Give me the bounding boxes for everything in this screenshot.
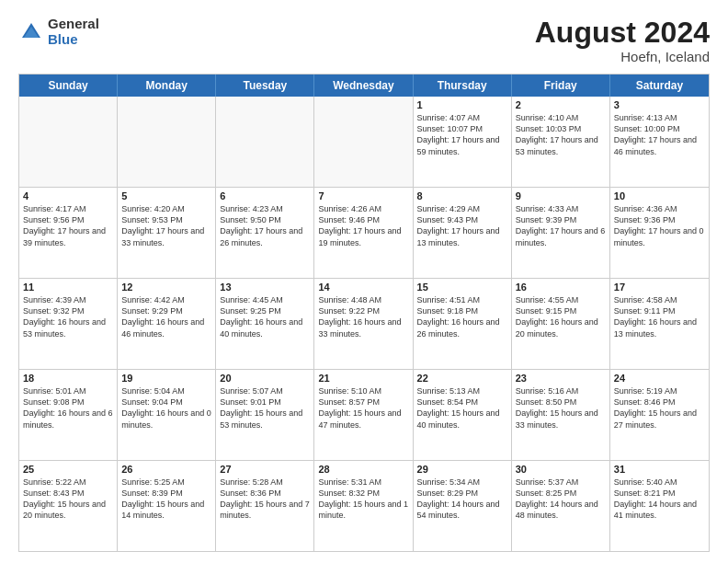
day-info: Sunrise: 5:01 AM Sunset: 9:08 PM Dayligh… [23, 385, 113, 431]
day-info: Sunrise: 4:23 AM Sunset: 9:50 PM Dayligh… [220, 203, 310, 248]
day-info: Sunrise: 4:13 AM Sunset: 10:00 PM Daylig… [614, 112, 705, 157]
day-cell-20: 20Sunrise: 5:07 AM Sunset: 9:01 PM Dayli… [216, 370, 314, 460]
day-number: 30 [516, 464, 606, 475]
day-info: Sunrise: 5:22 AM Sunset: 8:43 PM Dayligh… [23, 477, 113, 522]
empty-cell [118, 97, 216, 187]
day-cell-7: 7Sunrise: 4:26 AM Sunset: 9:46 PM Daylig… [314, 188, 413, 278]
day-number: 25 [23, 464, 113, 475]
empty-cell [314, 97, 413, 187]
day-info: Sunrise: 4:39 AM Sunset: 9:32 PM Dayligh… [23, 294, 113, 339]
day-info: Sunrise: 5:37 AM Sunset: 8:25 PM Dayligh… [516, 477, 606, 522]
day-number: 10 [614, 190, 705, 201]
day-number: 23 [516, 373, 606, 384]
day-number: 29 [417, 464, 507, 475]
day-number: 16 [516, 282, 606, 293]
day-cell-16: 16Sunrise: 4:55 AM Sunset: 9:15 PM Dayli… [512, 279, 610, 369]
logo-blue-text: Blue [48, 32, 99, 48]
logo-general-text: General [48, 17, 99, 32]
day-info: Sunrise: 5:04 AM Sunset: 9:04 PM Dayligh… [121, 385, 211, 431]
day-number: 7 [318, 190, 408, 201]
day-info: Sunrise: 5:34 AM Sunset: 8:29 PM Dayligh… [417, 477, 507, 522]
header-day-monday: Monday [118, 75, 216, 97]
day-cell-5: 5Sunrise: 4:20 AM Sunset: 9:53 PM Daylig… [118, 188, 216, 278]
day-cell-9: 9Sunrise: 4:33 AM Sunset: 9:39 PM Daylig… [512, 188, 610, 278]
calendar-row-1: 1Sunrise: 4:07 AM Sunset: 10:07 PM Dayli… [19, 97, 709, 188]
day-info: Sunrise: 4:55 AM Sunset: 9:15 PM Dayligh… [516, 294, 606, 339]
day-number: 3 [614, 99, 705, 110]
day-number: 6 [220, 190, 310, 201]
empty-cell [216, 97, 314, 187]
day-cell-21: 21Sunrise: 5:10 AM Sunset: 8:57 PM Dayli… [314, 370, 413, 460]
calendar-body: 1Sunrise: 4:07 AM Sunset: 10:07 PM Dayli… [19, 97, 709, 551]
header-day-sunday: Sunday [19, 75, 118, 97]
day-cell-26: 26Sunrise: 5:25 AM Sunset: 8:39 PM Dayli… [118, 461, 216, 551]
day-number: 1 [417, 99, 507, 110]
day-info: Sunrise: 4:07 AM Sunset: 10:07 PM Daylig… [417, 112, 507, 157]
day-number: 21 [318, 373, 408, 384]
day-info: Sunrise: 4:10 AM Sunset: 10:03 PM Daylig… [516, 112, 606, 157]
day-number: 5 [121, 190, 211, 201]
logo: General Blue [18, 17, 99, 47]
day-cell-18: 18Sunrise: 5:01 AM Sunset: 9:08 PM Dayli… [19, 370, 118, 460]
calendar-row-4: 18Sunrise: 5:01 AM Sunset: 9:08 PM Dayli… [19, 370, 709, 461]
day-number: 24 [614, 373, 705, 384]
day-cell-27: 27Sunrise: 5:28 AM Sunset: 8:36 PM Dayli… [216, 461, 314, 551]
day-info: Sunrise: 5:31 AM Sunset: 8:32 PM Dayligh… [318, 477, 408, 522]
day-cell-24: 24Sunrise: 5:19 AM Sunset: 8:46 PM Dayli… [610, 370, 709, 460]
day-info: Sunrise: 4:33 AM Sunset: 9:39 PM Dayligh… [516, 203, 606, 248]
day-number: 31 [614, 464, 705, 475]
day-info: Sunrise: 4:29 AM Sunset: 9:43 PM Dayligh… [417, 203, 507, 248]
day-info: Sunrise: 4:26 AM Sunset: 9:46 PM Dayligh… [318, 203, 408, 248]
header-day-friday: Friday [512, 75, 610, 97]
day-number: 4 [23, 190, 113, 201]
day-cell-1: 1Sunrise: 4:07 AM Sunset: 10:07 PM Dayli… [414, 97, 512, 187]
day-cell-11: 11Sunrise: 4:39 AM Sunset: 9:32 PM Dayli… [19, 279, 118, 369]
day-number: 14 [318, 282, 408, 293]
day-cell-2: 2Sunrise: 4:10 AM Sunset: 10:03 PM Dayli… [512, 97, 610, 187]
day-number: 9 [516, 190, 606, 201]
day-cell-4: 4Sunrise: 4:17 AM Sunset: 9:56 PM Daylig… [19, 188, 118, 278]
day-cell-12: 12Sunrise: 4:42 AM Sunset: 9:29 PM Dayli… [118, 279, 216, 369]
day-number: 2 [516, 99, 606, 110]
day-number: 12 [121, 282, 211, 293]
day-cell-25: 25Sunrise: 5:22 AM Sunset: 8:43 PM Dayli… [19, 461, 118, 551]
calendar-header: SundayMondayTuesdayWednesdayThursdayFrid… [19, 75, 709, 97]
day-cell-3: 3Sunrise: 4:13 AM Sunset: 10:00 PM Dayli… [610, 97, 709, 187]
day-info: Sunrise: 4:58 AM Sunset: 9:11 PM Dayligh… [614, 294, 705, 339]
day-number: 13 [220, 282, 310, 293]
day-cell-14: 14Sunrise: 4:48 AM Sunset: 9:22 PM Dayli… [314, 279, 413, 369]
calendar: SundayMondayTuesdayWednesdayThursdayFrid… [18, 74, 710, 552]
header-day-tuesday: Tuesday [216, 75, 314, 97]
title-block: August 2024 Hoefn, Iceland [535, 17, 710, 64]
day-info: Sunrise: 4:36 AM Sunset: 9:36 PM Dayligh… [614, 203, 705, 248]
day-cell-15: 15Sunrise: 4:51 AM Sunset: 9:18 PM Dayli… [414, 279, 512, 369]
day-number: 8 [417, 190, 507, 201]
day-number: 18 [23, 373, 113, 384]
day-cell-28: 28Sunrise: 5:31 AM Sunset: 8:32 PM Dayli… [314, 461, 413, 551]
day-number: 28 [318, 464, 408, 475]
day-info: Sunrise: 5:40 AM Sunset: 8:21 PM Dayligh… [614, 477, 705, 522]
day-cell-13: 13Sunrise: 4:45 AM Sunset: 9:25 PM Dayli… [216, 279, 314, 369]
day-cell-31: 31Sunrise: 5:40 AM Sunset: 8:21 PM Dayli… [610, 461, 709, 551]
day-cell-10: 10Sunrise: 4:36 AM Sunset: 9:36 PM Dayli… [610, 188, 709, 278]
day-number: 17 [614, 282, 705, 293]
header-day-saturday: Saturday [610, 75, 709, 97]
logo-icon [18, 19, 44, 45]
location-subtitle: Hoefn, Iceland [535, 49, 710, 64]
empty-cell [19, 97, 118, 187]
day-info: Sunrise: 5:07 AM Sunset: 9:01 PM Dayligh… [220, 385, 310, 431]
day-cell-30: 30Sunrise: 5:37 AM Sunset: 8:25 PM Dayli… [512, 461, 610, 551]
day-cell-22: 22Sunrise: 5:13 AM Sunset: 8:54 PM Dayli… [414, 370, 512, 460]
calendar-row-5: 25Sunrise: 5:22 AM Sunset: 8:43 PM Dayli… [19, 461, 709, 551]
day-info: Sunrise: 4:48 AM Sunset: 9:22 PM Dayligh… [318, 294, 408, 339]
day-info: Sunrise: 5:13 AM Sunset: 8:54 PM Dayligh… [417, 385, 507, 431]
day-cell-6: 6Sunrise: 4:23 AM Sunset: 9:50 PM Daylig… [216, 188, 314, 278]
day-number: 20 [220, 373, 310, 384]
day-info: Sunrise: 4:17 AM Sunset: 9:56 PM Dayligh… [23, 203, 113, 248]
day-info: Sunrise: 5:19 AM Sunset: 8:46 PM Dayligh… [614, 385, 705, 431]
day-info: Sunrise: 5:25 AM Sunset: 8:39 PM Dayligh… [121, 477, 211, 522]
day-cell-29: 29Sunrise: 5:34 AM Sunset: 8:29 PM Dayli… [414, 461, 512, 551]
day-info: Sunrise: 5:28 AM Sunset: 8:36 PM Dayligh… [220, 477, 310, 522]
day-number: 22 [417, 373, 507, 384]
day-number: 15 [417, 282, 507, 293]
